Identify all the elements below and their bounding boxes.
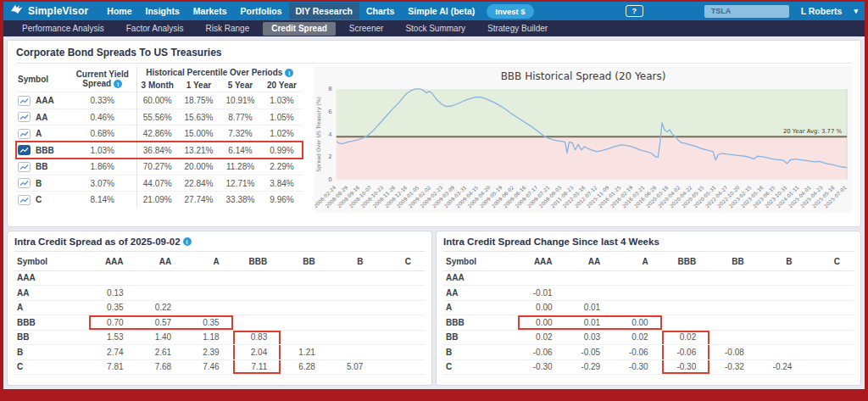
spread-table: Symbol Current Yield Spreadi Historical …: [16, 66, 303, 208]
matrix-row-a: A0.000.01: [443, 300, 854, 315]
panel-title: Corporate Bond Spreads To US Treasuries: [16, 47, 852, 64]
user-name: L Roberts: [801, 6, 843, 16]
matrix-value: [233, 286, 281, 301]
col-header-3-month: 3 Month: [136, 79, 178, 92]
average-annotation: 20 Year Avg: 3.77 %: [783, 128, 843, 135]
col-header-aa: AA: [137, 253, 186, 270]
matrix-value: -0.06: [662, 345, 710, 360]
intra-spread-title: Intra Credit Spread as of 2025-09-02i: [14, 237, 425, 252]
nav-item-markets[interactable]: Markets: [186, 3, 234, 19]
matrix-value: [709, 315, 758, 331]
col-header-current-yield-spread: Current Yield Spreadi: [69, 66, 136, 92]
svg-text:8: 8: [328, 86, 331, 92]
matrix-value: [614, 286, 662, 301]
intra-change-table: SymbolAAAAAABBBBBBCAAAAA-0.01A0.000.01BB…: [443, 253, 854, 375]
nav-item-portfolios[interactable]: Portfolios: [234, 3, 289, 19]
subnav-item-strategy-builder[interactable]: Strategy Builder: [479, 22, 556, 36]
info-icon[interactable]: i: [114, 80, 122, 88]
matrix-value: 0.01: [566, 315, 615, 331]
invest-button[interactable]: Invest $: [487, 4, 533, 19]
matrix-value: [709, 270, 758, 286]
spread-row-aa[interactable]: AA0.46%55.56%15.63%8.77%1.05%: [16, 109, 303, 125]
spread-value: 2.29%: [261, 159, 303, 175]
spread-value: 36.84%: [136, 142, 178, 159]
nav-item-insights[interactable]: Insights: [139, 3, 186, 19]
intra-credit-spread-panel: Intra Credit Spread as of 2025-09-02i Sy…: [7, 231, 432, 386]
matrix-value: 0.00: [518, 300, 566, 315]
matrix-value: 1.18: [185, 330, 233, 345]
ticker-search-input[interactable]: [704, 5, 789, 18]
brand[interactable]: SimpleVisor: [10, 3, 88, 19]
matrix-value: [805, 286, 854, 301]
matrix-value: 2.74: [89, 345, 137, 360]
spread-value: 60.00%: [136, 92, 178, 109]
col-header-bb: BB: [281, 253, 329, 270]
col-header-bbb: BBB: [662, 253, 710, 270]
symbol-label: AA: [443, 286, 518, 301]
help-icon[interactable]: ?: [626, 5, 643, 17]
top-nav-items: HomeInsightsMarketsPortfoliosDIY Researc…: [100, 2, 481, 20]
subnav-item-stock-summary[interactable]: Stock Summary: [397, 22, 474, 36]
col-header-a: A: [185, 253, 233, 270]
matrix-value: [566, 286, 615, 301]
spread-value: 0.46%: [69, 109, 136, 125]
matrix-value: -0.08: [709, 345, 758, 360]
matrix-value: [566, 270, 615, 286]
nav-item-simple-ai-beta[interactable]: Simple AI (beta): [401, 3, 481, 19]
symbol-label: B: [443, 345, 518, 360]
spread-row-bbb[interactable]: BBB1.03%36.84%13.21%6.14%0.99%: [16, 142, 303, 159]
subnav-item-screener[interactable]: Screener: [341, 22, 392, 36]
nav-item-home[interactable]: Home: [100, 3, 138, 19]
spread-value: 9.96%: [261, 192, 303, 209]
symbol-label: B: [14, 345, 89, 360]
info-icon[interactable]: i: [183, 237, 192, 246]
spread-row-b[interactable]: B3.07%44.07%22.84%12.71%3.84%: [16, 175, 303, 192]
spread-value: 33.38%: [220, 192, 261, 209]
nav-item-charts[interactable]: Charts: [359, 3, 401, 19]
bbb-chart-svg: 02468Spread Over US Treasury (%)20 Year …: [314, 86, 852, 213]
matrix-value: [376, 286, 425, 301]
symbol-label: C: [443, 359, 518, 375]
svg-text:4: 4: [328, 131, 331, 138]
matrix-value: [376, 345, 425, 360]
spread-value: 1.86%: [69, 159, 136, 175]
spread-value: 12.71%: [220, 175, 261, 192]
nav-item-diy-research[interactable]: DIY Research: [289, 3, 360, 19]
chart-icon: [18, 195, 31, 205]
matrix-row-c: C7.817.687.467.116.285.07: [14, 359, 425, 375]
spread-value: 11.28%: [220, 159, 261, 175]
col-header-c: C: [805, 253, 854, 270]
matrix-value: [281, 330, 329, 345]
spread-value: 1.05%: [261, 109, 303, 125]
spread-row-aaa[interactable]: AAA0.33%60.00%18.75%10.91%1.03%: [16, 92, 303, 109]
matrix-value: [662, 270, 710, 286]
chart-title: BBB Historical Spread (20 Years): [314, 70, 852, 82]
subnav-item-risk-range[interactable]: Risk Range: [198, 22, 259, 36]
subnav-item-performance-analysis[interactable]: Performance Analysis: [14, 22, 113, 36]
matrix-value: [662, 315, 710, 331]
matrix-value: [376, 330, 425, 345]
spread-row-bb[interactable]: BB1.86%70.27%20.00%11.28%2.29%: [16, 159, 303, 175]
subnav-item-credit-spread[interactable]: Credit Spread: [263, 22, 336, 36]
matrix-value: 1.40: [137, 330, 186, 345]
col-header-bb: BB: [709, 253, 758, 270]
user-menu[interactable]: L Roberts ▾: [801, 6, 858, 16]
col-header-aaa: AAA: [89, 253, 137, 270]
matrix-value: -0.05: [566, 345, 615, 360]
spread-row-a[interactable]: A0.68%42.86%15.00%7.32%1.02%: [16, 125, 303, 142]
spread-value: 42.86%: [136, 125, 178, 142]
info-icon[interactable]: i: [285, 69, 293, 77]
matrix-value: [185, 270, 233, 286]
subnav-item-factor-analysis[interactable]: Factor Analysis: [118, 22, 192, 36]
spread-row-c[interactable]: C8.14%21.09%27.74%33.38%9.96%: [16, 192, 303, 209]
matrix-value: [614, 270, 662, 286]
symbol-label: BB: [36, 162, 47, 171]
spread-value: 8.14%: [69, 192, 136, 209]
matrix-value: [805, 270, 854, 286]
spread-value: 1.03%: [261, 92, 303, 109]
matrix-value: [185, 286, 233, 301]
matrix-value: [518, 270, 566, 286]
matrix-value: [329, 270, 377, 286]
intra-change-title: Intra Credit Spread Change Since last 4 …: [443, 237, 854, 252]
matrix-row-bbb: BBB0.700.570.35: [14, 315, 425, 331]
